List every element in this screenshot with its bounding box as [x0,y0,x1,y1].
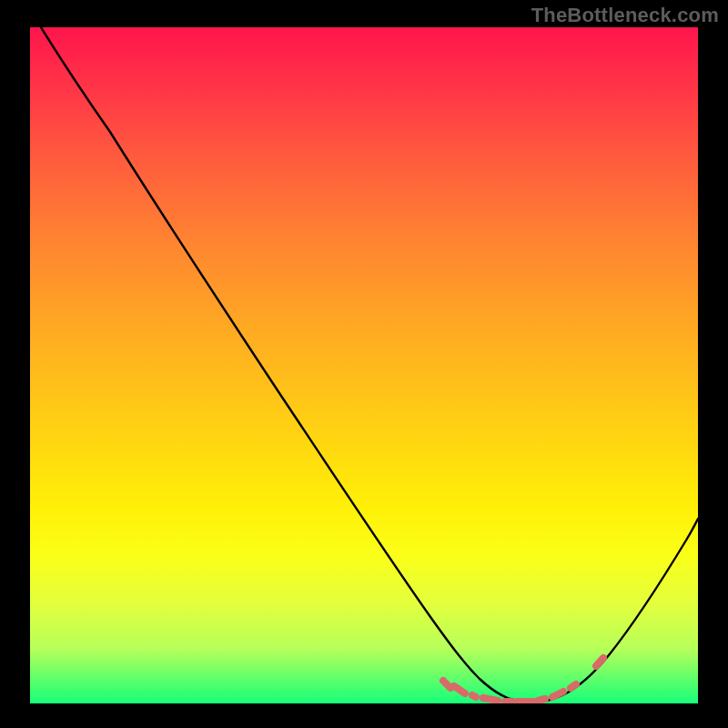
chart-overlay [30,27,698,703]
svg-line-3 [483,698,498,701]
chart-frame: TheBottleneck.com [0,0,728,728]
svg-line-1 [454,686,465,693]
svg-line-0 [443,681,450,688]
svg-line-9 [596,658,603,666]
plot-area [30,27,698,703]
svg-line-8 [571,684,576,688]
watermark-text: TheBottleneck.com [531,4,719,27]
svg-line-6 [538,699,545,701]
svg-line-2 [472,695,476,697]
svg-line-7 [552,692,563,697]
bottleneck-curve [41,27,698,703]
